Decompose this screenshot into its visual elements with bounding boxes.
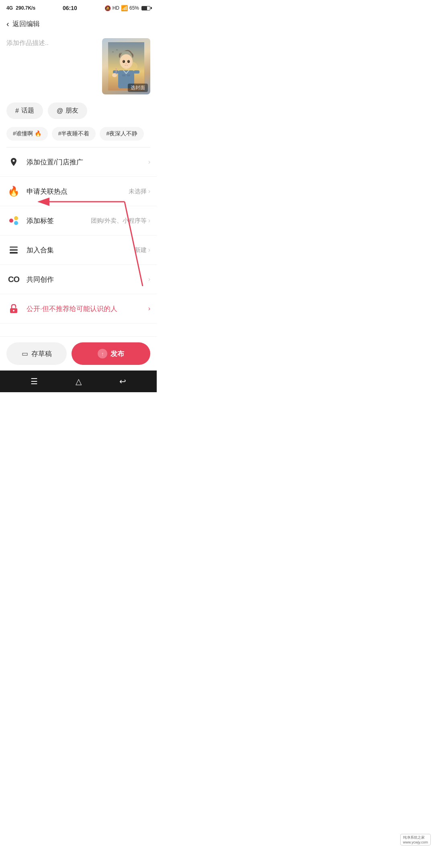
svg-rect-20 [10,249,18,251]
svg-rect-15 [125,65,127,69]
co-create-arrow: › [148,276,150,283]
menu-item-hotspot[interactable]: 🔥 申请关联热点 未选择 › [0,177,157,206]
svg-rect-12 [134,70,139,74]
draft-button[interactable]: ▭ 存草稿 [6,342,67,365]
location-label: 添加位置/门店推广 [27,158,148,167]
collection-label: 加入合集 [27,246,135,255]
system-menu-button[interactable]: ☰ [26,373,42,389]
alarm-icon: 🔕 [104,5,111,11]
hashtag-icon: # [15,107,19,115]
bottom-buttons: ▭ 存草稿 ↑ 发布 [0,336,157,371]
spacer [0,323,157,333]
location-icon [6,155,21,169]
hashtag-suggestions: #谁懂啊 🔥 #半夜睡不着 #夜深人不静 [0,125,157,147]
collection-arrow: › [148,246,150,254]
mention-label: 朋友 [66,106,78,115]
tags-dots-icon [6,213,21,228]
cover-image[interactable]: 选封面 [102,38,150,94]
hotspot-label: 申请关联热点 [27,187,129,196]
status-time: 06:10 [63,5,77,11]
status-bar: 4G 290.7K/s 06:10 🔕 HD 📶 65% [0,0,157,14]
hashtag-button[interactable]: # 话题 [6,102,43,119]
privacy-arrow: › [148,305,150,312]
battery-percent: 65% [129,5,139,11]
nav-bar: ‹ 返回编辑 [0,14,157,32]
menu-item-privacy[interactable]: 公开·但不推荐给可能认识的人 › [0,294,157,323]
hashtag-label: 话题 [21,106,34,115]
collection-value: 新建 [135,246,147,254]
mention-icon: @ [57,107,63,115]
svg-point-18 [14,221,18,225]
svg-rect-13 [122,74,125,76]
description-input[interactable]: 添加作品描述.. [6,38,97,78]
app-container: 4G 290.7K/s 06:10 🔕 HD 📶 65% ‹ 返回编辑 添加作品… [0,0,157,392]
status-carrier: 4G 290.7K/s [6,5,35,11]
hotspot-arrow: › [148,188,150,195]
menu-item-tags[interactable]: 添加标签 团购/外卖、小程序等 › [0,206,157,235]
description-area: 添加作品描述.. [0,32,157,99]
svg-point-4 [123,60,125,63]
publish-button[interactable]: ↑ 发布 [72,342,150,365]
svg-rect-11 [116,72,117,75]
svg-point-8 [126,63,127,64]
svg-rect-21 [10,246,18,248]
location-arrow: › [148,158,150,166]
svg-point-6 [127,60,130,63]
co-create-label: 共同创作 [27,275,148,284]
battery-icon [141,6,150,10]
fire-icon: 🔥 [6,184,21,199]
co-icon: CO [6,272,21,287]
tags-arrow: › [148,217,150,224]
svg-point-17 [14,216,18,220]
draft-icon: ▭ [22,350,28,358]
hashtag-chip-1[interactable]: #半夜睡不着 [52,127,96,141]
layers-icon [6,243,21,257]
hotspot-value: 未选择 [129,188,147,195]
privacy-label: 公开·但不推荐给可能认识的人 [27,304,148,313]
svg-point-5 [123,61,124,61]
tags-label: 添加标签 [27,216,91,225]
publish-label: 发布 [111,349,124,358]
status-icons: 🔕 HD 📶 65% [104,5,150,11]
menu-item-collection[interactable]: 加入合集 新建 › [0,235,157,265]
svg-rect-19 [10,252,18,254]
svg-point-23 [13,310,14,311]
hd-label: HD [113,5,119,11]
svg-rect-14 [127,74,130,76]
cover-artwork [108,42,144,90]
svg-point-7 [129,61,129,61]
back-button[interactable]: ‹ [6,19,9,29]
publish-icon: ↑ [98,349,107,358]
nav-title: 返回编辑 [12,19,40,29]
wifi-icon: 📶 [121,5,128,11]
system-back-button[interactable]: ↩ [115,373,131,389]
system-home-button[interactable]: △ [70,373,86,389]
menu-item-location[interactable]: 添加位置/门店推广 › [0,147,157,177]
svg-point-16 [9,219,13,223]
system-nav-bar: ☰ △ ↩ [0,371,157,392]
hashtag-chip-2[interactable]: #夜深人不静 [100,127,144,141]
menu-item-co-create[interactable]: CO 共同创作 › [0,265,157,294]
menu-list: 添加位置/门店推广 › 🔥 申请关联热点 未选择 › 添加标签 团购/外卖、小程… [0,147,157,323]
cover-label[interactable]: 选封面 [128,84,148,92]
tag-buttons-row: # 话题 @ 朋友 [0,99,157,125]
draft-label: 存草稿 [31,349,52,358]
mention-button[interactable]: @ 朋友 [48,102,87,119]
hashtag-chip-0[interactable]: #谁懂啊 🔥 [6,127,48,141]
lock-icon [6,301,21,316]
tags-value: 团购/外卖、小程序等 [91,217,147,225]
